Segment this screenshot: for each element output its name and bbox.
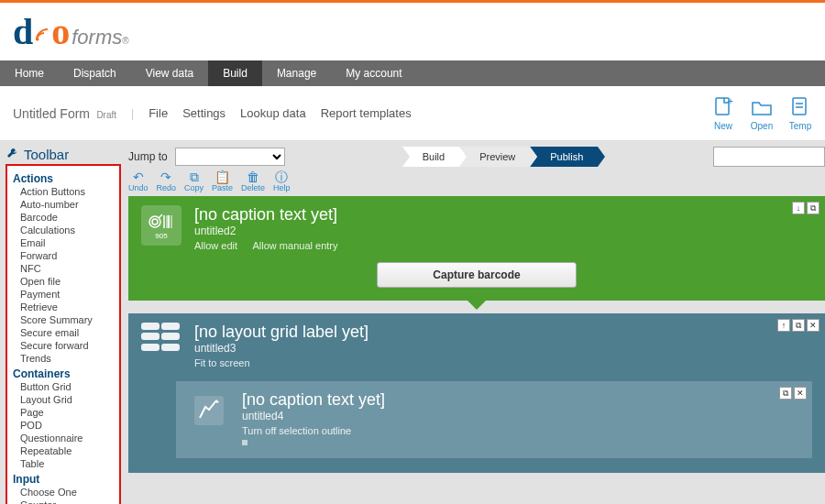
- toolbar-item[interactable]: POD: [13, 419, 114, 432]
- sub-settings[interactable]: Settings: [182, 106, 226, 120]
- signature-opt-outline: Turn off selection outline: [242, 425, 351, 436]
- signature-name: untitled4: [242, 410, 385, 422]
- copy-icon[interactable]: ⧉: [807, 202, 820, 214]
- toolbar-item[interactable]: Trends: [13, 352, 114, 365]
- move-down-icon[interactable]: ↓: [792, 202, 805, 214]
- jump-to-select[interactable]: [175, 148, 285, 166]
- sub-bar: Untitled Form Draft | File Settings Look…: [0, 86, 825, 141]
- logo-d: d: [13, 10, 33, 53]
- toolbar-item[interactable]: Score Summary: [13, 313, 114, 326]
- layout-grid-block[interactable]: ↑ ⧉ ✕ [no layout grid label yet] untitle…: [128, 313, 825, 381]
- block-connector-icon: [468, 301, 486, 310]
- delete-icon[interactable]: ✕: [807, 319, 820, 332]
- toolbar-heading-text: Toolbar: [24, 147, 69, 162]
- move-up-icon[interactable]: ↑: [777, 319, 790, 332]
- action-delete[interactable]: 🗑Delete: [241, 170, 265, 192]
- toolbar-item[interactable]: Secure email: [13, 326, 114, 339]
- redo-icon: ↷: [160, 170, 171, 183]
- delete-icon: 🗑: [247, 170, 259, 183]
- separator: |: [131, 107, 134, 120]
- toolbar-item[interactable]: Repeatable: [13, 444, 114, 457]
- canvas-column: Jump to Build Preview Publish ↶Undo↷Redo…: [121, 141, 825, 504]
- signature-block[interactable]: ⧉ ✕ [no caption text yet] untitled4 Turn…: [176, 381, 812, 458]
- toolbar-item[interactable]: Secure forward: [13, 339, 114, 352]
- delete-icon[interactable]: ✕: [794, 387, 807, 400]
- toolbar-item[interactable]: Open file: [13, 275, 114, 288]
- template-button[interactable]: Temp: [788, 95, 812, 131]
- copy-icon[interactable]: ⧉: [779, 387, 792, 400]
- toolbar-item[interactable]: Page: [13, 406, 114, 419]
- toolbar-item[interactable]: Button Grid: [13, 380, 114, 393]
- toolbar-item[interactable]: Auto-number: [13, 198, 114, 211]
- copy-icon[interactable]: ⧉: [792, 319, 805, 332]
- action-copy[interactable]: ⧉Copy: [184, 170, 204, 192]
- capture-row: Capture barcode: [128, 262, 825, 301]
- new-label: New: [714, 121, 732, 131]
- block-buttons: ↓ ⧉: [792, 202, 820, 214]
- canvas-area: ↓ ⧉ 905 [no caption text yet] untitled2 …: [128, 196, 825, 473]
- open-button[interactable]: Open: [750, 95, 774, 131]
- open-label: Open: [751, 121, 773, 131]
- signature-caption: [no caption text yet]: [242, 390, 385, 410]
- grid-opt-fit: Fit to screen: [194, 357, 250, 368]
- toolbar-item[interactable]: Retrieve: [13, 301, 114, 313]
- toolbar-section-containers: Containers: [13, 367, 114, 380]
- action-paste[interactable]: 📋Paste: [212, 170, 233, 192]
- nav-view-data[interactable]: View data: [131, 60, 208, 86]
- step-publish[interactable]: Publish: [530, 147, 598, 167]
- toolbar-item[interactable]: Email: [13, 236, 114, 249]
- toolbar-item[interactable]: Action Buttons: [13, 185, 114, 198]
- barcode-opt-allow-manual: Allow manual entry: [253, 240, 338, 251]
- toolbar-item[interactable]: Questionnaire: [13, 432, 114, 444]
- toolbar-item[interactable]: Choose One: [13, 486, 114, 499]
- nav-dispatch[interactable]: Dispatch: [59, 60, 131, 86]
- svg-line-8: [159, 214, 162, 218]
- workspace: Toolbar ActionsAction ButtonsAuto-number…: [0, 141, 825, 504]
- barcode-name: untitled2: [194, 225, 350, 237]
- action-help[interactable]: ⓘHelp: [273, 170, 291, 192]
- toolbar-item[interactable]: Barcode: [13, 211, 114, 224]
- barcode-block[interactable]: ↓ ⧉ 905 [no caption text yet] untitled2 …: [128, 196, 825, 262]
- nav-build[interactable]: Build: [208, 60, 262, 86]
- wrench-icon: [6, 147, 18, 162]
- step-preview[interactable]: Preview: [459, 147, 530, 167]
- toolbar-item[interactable]: Layout Grid: [13, 393, 114, 406]
- action-row: ↶Undo↷Redo⧉Copy📋Paste🗑DeleteⓘHelp: [128, 170, 825, 192]
- nav-manage[interactable]: Manage: [262, 60, 331, 86]
- sub-report-templates[interactable]: Report templates: [321, 106, 412, 120]
- grid-name: untitled3: [194, 342, 368, 355]
- toolbar-item[interactable]: Payment: [13, 288, 114, 301]
- selection-dots: [242, 440, 385, 445]
- logo[interactable]: d o forms ®: [13, 10, 129, 53]
- action-redo[interactable]: ↷Redo: [157, 170, 177, 192]
- template-label: Temp: [789, 121, 811, 131]
- toolbar-item[interactable]: Table: [13, 457, 114, 470]
- capture-barcode-button[interactable]: Capture barcode: [377, 262, 576, 288]
- form-title[interactable]: Untitled Form: [13, 106, 90, 121]
- toolbar-section-input: Input: [13, 473, 114, 486]
- search-input[interactable]: [713, 147, 825, 167]
- step-build[interactable]: Build: [402, 147, 459, 167]
- grid-caption: [no layout grid label yet]: [194, 323, 368, 342]
- nav-home[interactable]: Home: [0, 60, 59, 86]
- toolbar-item[interactable]: NFC: [13, 262, 114, 275]
- paste-icon: 📋: [214, 170, 230, 183]
- undo-icon: ↶: [133, 170, 144, 183]
- barcode-icon-number: 905: [155, 232, 167, 240]
- logo-o: o: [51, 10, 70, 53]
- svg-rect-3: [793, 98, 806, 115]
- sub-lookup-data[interactable]: Lookup data: [240, 106, 306, 120]
- copy-icon: ⧉: [190, 170, 199, 183]
- sub-file[interactable]: File: [148, 106, 168, 120]
- barcode-caption: [no caption text yet]: [194, 205, 350, 225]
- action-undo[interactable]: ↶Undo: [128, 170, 148, 192]
- toolbar-section-actions: Actions: [13, 172, 114, 185]
- nav-my-account[interactable]: My account: [331, 60, 416, 86]
- new-button[interactable]: + New: [711, 95, 735, 131]
- toolbar-item[interactable]: Counter: [13, 499, 114, 504]
- signature-icon: [189, 390, 229, 431]
- toolbar-item[interactable]: Calculations: [13, 224, 114, 236]
- block-buttons: ⧉ ✕: [779, 387, 807, 400]
- toolbar-item[interactable]: Forward: [13, 249, 114, 262]
- svg-text:+: +: [728, 96, 733, 106]
